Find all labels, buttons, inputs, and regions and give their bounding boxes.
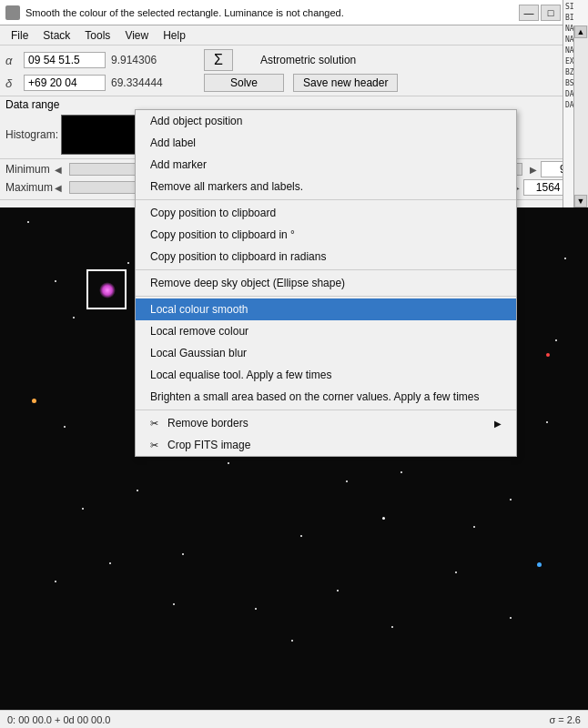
context-menu-label: Local colour smooth xyxy=(150,303,502,316)
min-arrow-right[interactable]: ▶ xyxy=(530,165,537,175)
star xyxy=(73,317,75,318)
solve-button[interactable]: Solve xyxy=(204,74,284,92)
title-text: Smooth the colour of the selected rectan… xyxy=(25,7,513,18)
context-menu-label: Remove borders xyxy=(167,417,487,430)
scroll-up-btn[interactable]: ▲ xyxy=(574,25,587,38)
star xyxy=(55,581,56,582)
star xyxy=(564,258,566,259)
context-menu-label: Remove deep sky object (Ellipse shape) xyxy=(150,277,502,289)
menu-item-view[interactable]: View xyxy=(117,27,156,44)
menu-item-file[interactable]: File xyxy=(4,27,35,44)
minimize-button[interactable]: — xyxy=(519,5,539,21)
star xyxy=(400,471,402,473)
context-menu-separator xyxy=(136,410,516,410)
status-bar: 0: 00 00.0 + 0d 00 00.0 σ = 2.6 xyxy=(0,710,588,728)
star xyxy=(27,221,29,223)
alpha-label: α xyxy=(5,54,18,67)
star xyxy=(546,353,550,357)
context-menu-item-copy-position-deg[interactable]: Copy position to clipboard in ° xyxy=(136,224,516,246)
context-menu-label: Remove all markers and labels. xyxy=(150,180,502,193)
scissors-icon: ✂ xyxy=(150,440,158,451)
star xyxy=(337,590,339,592)
context-menu-separator xyxy=(136,296,516,297)
star xyxy=(546,421,548,423)
context-menu-label: Copy position to clipboard in radians xyxy=(150,250,502,263)
star xyxy=(555,339,557,341)
context-menu-item-brighten-small[interactable]: Brighten a small area based on the corne… xyxy=(136,386,516,408)
context-menu-item-remove-deepsky[interactable]: Remove deep sky object (Ellipse shape) xyxy=(136,272,516,294)
menu-bar: FileStackToolsViewHelp xyxy=(0,25,588,46)
toolbar-row-1: α 9.914306 Σ Astrometric solution xyxy=(5,49,583,71)
context-menu-label: Crop FITS image xyxy=(167,439,502,451)
status-sigma: σ = 2.6 xyxy=(549,714,581,725)
context-menu-label: Add object position xyxy=(150,115,502,127)
toolbar-row-2: δ 69.334444 Solve Save new header xyxy=(5,74,583,92)
context-menu-item-copy-position[interactable]: Copy position to clipboard xyxy=(136,202,516,224)
minimum-label: Minimum xyxy=(5,163,51,176)
star xyxy=(346,480,348,482)
star xyxy=(109,562,111,564)
context-menu-item-local-equalise[interactable]: Local equalise tool. Apply a few times xyxy=(136,364,516,386)
selected-rectangle[interactable] xyxy=(86,269,127,309)
star xyxy=(32,399,36,403)
context-menu-item-remove-markers[interactable]: Remove all markers and labels. xyxy=(136,176,516,197)
context-menu-item-add-label[interactable]: Add label xyxy=(136,132,516,154)
context-menu-label: Copy position to clipboard xyxy=(150,207,502,219)
right-scrollbar[interactable]: ▲ ▼ xyxy=(573,25,588,207)
alpha-input[interactable] xyxy=(24,52,106,68)
context-menu-item-add-marker[interactable]: Add marker xyxy=(136,154,516,176)
context-menu-separator xyxy=(136,269,516,270)
menu-item-help[interactable]: Help xyxy=(156,27,193,44)
alpha-numeric: 9.914306 xyxy=(111,54,175,66)
star xyxy=(510,617,512,619)
context-menu-label: Add marker xyxy=(150,158,502,171)
min-arrow-left[interactable]: ◀ xyxy=(55,165,62,175)
context-menu-label: Brighten a small area based on the corne… xyxy=(150,390,502,403)
star xyxy=(127,262,129,264)
context-menu-label: Copy position to clipboard in ° xyxy=(150,228,502,241)
fits-line: BI xyxy=(565,13,586,24)
star xyxy=(64,426,66,428)
context-menu-label: Add label xyxy=(150,136,502,149)
maximize-button[interactable]: □ xyxy=(541,5,561,21)
star xyxy=(510,499,512,500)
star xyxy=(537,562,542,567)
star xyxy=(391,626,393,628)
data-range-label: Data range xyxy=(5,98,59,111)
menu-item-stack[interactable]: Stack xyxy=(35,27,77,44)
context-menu-item-local-colour-smooth[interactable]: Local colour smooth xyxy=(136,298,516,320)
star xyxy=(255,608,257,610)
delta-numeric: 69.334444 xyxy=(111,76,175,89)
star xyxy=(473,526,475,528)
star xyxy=(455,571,457,573)
astrometric-label: Astrometric solution xyxy=(260,54,356,66)
context-menu-item-add-object-position[interactable]: Add object position xyxy=(136,110,516,132)
app-icon xyxy=(5,5,20,20)
star xyxy=(300,535,302,537)
context-menu-separator xyxy=(136,199,516,200)
title-bar: Smooth the colour of the selected rectan… xyxy=(0,0,588,25)
context-menu-item-remove-borders[interactable]: ✂Remove borders▶ xyxy=(136,412,516,434)
scroll-down-btn[interactable]: ▼ xyxy=(574,195,587,207)
toolbar: α 9.914306 Σ Astrometric solution δ 69.3… xyxy=(0,46,588,96)
sigma-button[interactable]: Σ xyxy=(204,49,233,71)
context-menu-item-crop-fits[interactable]: ✂Crop FITS image xyxy=(136,434,516,456)
histogram-label: Histogram: xyxy=(5,128,56,141)
star xyxy=(382,517,385,520)
context-menu-item-copy-position-rad[interactable]: Copy position to clipboard in radians xyxy=(136,246,516,268)
context-menu-label: Local remove colour xyxy=(150,325,502,338)
menu-item-tools[interactable]: Tools xyxy=(77,27,117,44)
context-menu-item-local-gaussian[interactable]: Local Gaussian blur xyxy=(136,342,516,364)
delta-input[interactable] xyxy=(24,75,106,91)
star xyxy=(55,280,56,282)
max-value-input[interactable] xyxy=(523,179,565,196)
max-arrow-left[interactable]: ◀ xyxy=(55,183,62,193)
scissors-icon: ✂ xyxy=(150,418,158,430)
submenu-arrow-icon: ▶ xyxy=(494,419,502,429)
star xyxy=(137,490,138,491)
star xyxy=(228,462,229,464)
star xyxy=(182,553,184,555)
context-menu-item-local-remove-colour[interactable]: Local remove colour xyxy=(136,320,516,342)
save-new-header-button[interactable]: Save new header xyxy=(293,74,398,92)
delta-label: δ xyxy=(5,76,18,90)
